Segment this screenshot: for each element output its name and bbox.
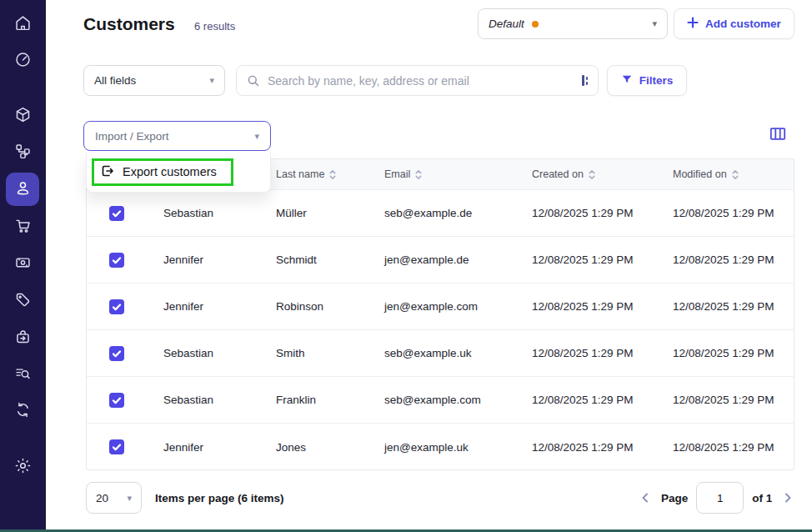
search-icon bbox=[247, 74, 260, 88]
row-checkbox[interactable] bbox=[109, 439, 124, 454]
sidebar bbox=[0, 0, 46, 530]
prev-page-button[interactable] bbox=[638, 490, 653, 505]
cell-created-on: 12/08/2025 1:29 PM bbox=[532, 253, 673, 266]
sidebar-item-products[interactable] bbox=[6, 99, 39, 133]
user-icon bbox=[14, 179, 32, 200]
row-checkbox[interactable] bbox=[109, 393, 124, 408]
columns-icon bbox=[769, 127, 786, 144]
sidebar-item-tags[interactable] bbox=[6, 284, 39, 318]
customers-page: Customers 6 results Default ▾ Add custom… bbox=[0, 0, 812, 532]
import-export-menu: Export customers bbox=[86, 152, 271, 193]
cell-modified-on: 12/08/2025 1:29 PM bbox=[673, 253, 794, 266]
workflow-icon bbox=[14, 143, 32, 163]
search-field-value: All fields bbox=[94, 74, 136, 87]
cell-created-on: 12/08/2025 1:29 PM bbox=[532, 441, 673, 454]
sales-channel-value: Default bbox=[489, 18, 524, 30]
cell-last-name: Smith bbox=[276, 347, 384, 359]
column-header-created-on[interactable]: Created on bbox=[532, 168, 673, 180]
import-export-dropdown[interactable]: Import / Export ▾ bbox=[83, 121, 271, 151]
sync-icon bbox=[14, 401, 32, 422]
cell-email: jen@example.uk bbox=[384, 441, 532, 454]
cell-email: jen@example.com bbox=[384, 300, 532, 313]
cell-modified-on: 12/08/2025 1:29 PM bbox=[673, 441, 794, 454]
search-mode-icon[interactable] bbox=[582, 75, 588, 86]
sidebar-item-search-list[interactable] bbox=[6, 358, 39, 391]
pagination: Page of 1 bbox=[638, 482, 795, 514]
bag-arrow-icon bbox=[14, 328, 32, 349]
table-row[interactable]: Jennifer Jones jen@example.uk 12/08/2025… bbox=[87, 424, 794, 470]
sidebar-item-gift-cards[interactable] bbox=[6, 321, 39, 354]
row-checkbox[interactable] bbox=[109, 346, 124, 361]
table-row[interactable]: Sebastian Smith seb@example.uk 12/08/202… bbox=[87, 330, 794, 377]
page-label: Page bbox=[661, 492, 688, 504]
add-customer-button[interactable]: Add customer bbox=[674, 8, 794, 39]
page-title: Customers bbox=[83, 14, 175, 34]
home-icon bbox=[14, 14, 32, 35]
tag-icon bbox=[14, 291, 32, 312]
results-count: 6 results bbox=[194, 20, 235, 33]
cell-last-name: Müller bbox=[276, 207, 384, 219]
page-size-select[interactable]: 20 ▾ bbox=[86, 482, 142, 514]
row-checkbox[interactable] bbox=[109, 253, 124, 268]
table-row[interactable]: Sebastian Müller seb@example.de 12/08/20… bbox=[87, 190, 794, 237]
page-number-input[interactable] bbox=[696, 482, 744, 514]
cart-icon bbox=[14, 217, 32, 238]
cell-last-name: Franklin bbox=[276, 394, 384, 406]
chevron-down-icon: ▾ bbox=[652, 19, 657, 28]
sort-icon bbox=[588, 169, 596, 180]
next-page-button[interactable] bbox=[780, 490, 795, 505]
column-header-modified-on[interactable]: Modified on bbox=[673, 168, 794, 180]
plus-icon bbox=[687, 17, 699, 31]
sort-icon bbox=[328, 169, 337, 180]
chevron-right-icon bbox=[782, 492, 794, 504]
page-size-value: 20 bbox=[96, 492, 108, 504]
cell-created-on: 12/08/2025 1:29 PM bbox=[532, 300, 673, 313]
search-field-select[interactable]: All fields ▾ bbox=[83, 65, 225, 96]
cell-modified-on: 12/08/2025 1:29 PM bbox=[673, 300, 794, 313]
list-search-icon bbox=[14, 364, 32, 385]
cell-created-on: 12/08/2025 1:29 PM bbox=[532, 347, 673, 359]
table-row[interactable]: Sebastian Franklin seb@example.com 12/08… bbox=[87, 377, 794, 424]
funnel-icon bbox=[621, 73, 633, 88]
chevron-down-icon: ▾ bbox=[127, 494, 132, 503]
row-checkbox[interactable] bbox=[109, 206, 124, 221]
table-row[interactable]: Jennifer Robinson jen@example.com 12/08/… bbox=[87, 284, 794, 330]
sidebar-item-dashboard[interactable] bbox=[6, 44, 39, 78]
of-total-label: of 1 bbox=[752, 492, 772, 504]
column-settings-button[interactable] bbox=[767, 126, 789, 144]
customers-table: First name Last name Email Created on Mo… bbox=[86, 158, 794, 470]
column-header-email[interactable]: Email bbox=[384, 168, 532, 180]
status-dot bbox=[532, 21, 539, 28]
filters-button[interactable]: Filters bbox=[607, 65, 687, 96]
search-box bbox=[236, 65, 599, 96]
search-input[interactable] bbox=[268, 74, 574, 88]
column-header-last-name[interactable]: Last name bbox=[276, 168, 384, 180]
export-customers-menu-item[interactable]: Export customers bbox=[101, 164, 217, 180]
cell-modified-on: 12/08/2025 1:29 PM bbox=[673, 347, 794, 359]
sidebar-item-sync[interactable] bbox=[6, 394, 39, 428]
cell-first-name: Jennifer bbox=[163, 300, 276, 313]
items-per-page-label: Items per page (6 items) bbox=[155, 492, 284, 504]
cell-created-on: 12/08/2025 1:29 PM bbox=[532, 394, 673, 406]
add-customer-label: Add customer bbox=[705, 18, 781, 30]
filters-label: Filters bbox=[639, 74, 674, 87]
chevron-down-icon: ▾ bbox=[209, 76, 214, 85]
cube-icon bbox=[14, 106, 32, 127]
cell-created-on: 12/08/2025 1:29 PM bbox=[532, 207, 673, 219]
sales-channel-select[interactable]: Default ▾ bbox=[478, 8, 668, 39]
cell-modified-on: 12/08/2025 1:29 PM bbox=[673, 207, 794, 219]
sidebar-item-workflows[interactable] bbox=[6, 136, 39, 169]
sidebar-item-customers[interactable] bbox=[6, 173, 39, 206]
sidebar-item-payments[interactable] bbox=[6, 247, 39, 280]
export-icon bbox=[101, 164, 114, 180]
row-checkbox[interactable] bbox=[109, 299, 124, 314]
cell-first-name: Sebastian bbox=[163, 207, 276, 219]
sort-icon bbox=[414, 169, 423, 180]
sidebar-item-orders[interactable] bbox=[6, 210, 39, 243]
cell-last-name: Jones bbox=[276, 441, 384, 454]
table-row[interactable]: Jennifer Schmidt jen@example.de 12/08/20… bbox=[87, 237, 794, 284]
chevron-left-icon bbox=[639, 492, 651, 504]
sidebar-item-settings[interactable] bbox=[6, 450, 39, 484]
sidebar-item-home[interactable] bbox=[6, 8, 39, 41]
gauge-icon bbox=[14, 51, 32, 72]
